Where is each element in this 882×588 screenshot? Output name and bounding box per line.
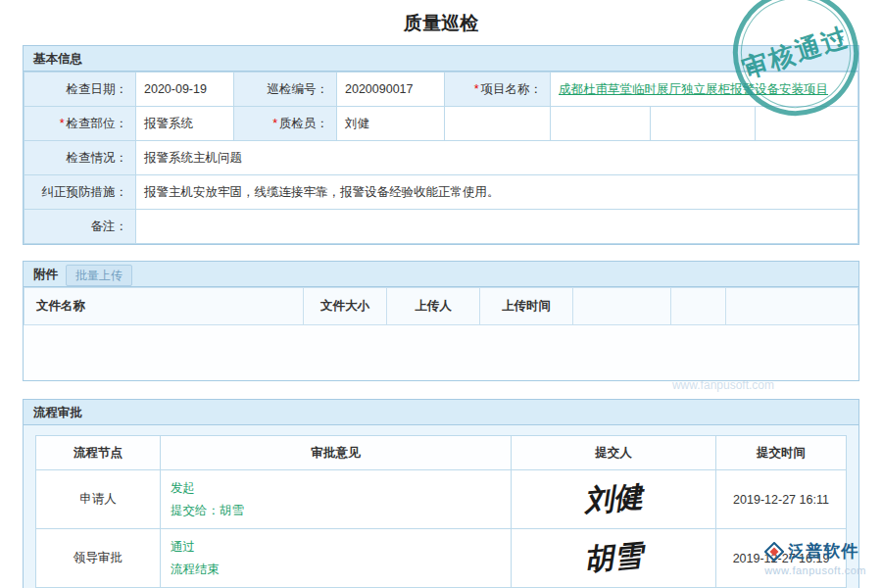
approval-opinion: 通过 流程结束 bbox=[161, 529, 512, 588]
approval-header: 流程审批 bbox=[24, 400, 858, 425]
remark-label: 备注： bbox=[24, 210, 136, 244]
inspector-label-text: 质检员： bbox=[279, 117, 328, 130]
flow-node: 申请人 bbox=[36, 470, 161, 529]
check-date-label: 检查日期： bbox=[24, 73, 136, 107]
situation-value: 报警系统主机问题 bbox=[136, 141, 858, 175]
inspection-no-label: 巡检编号： bbox=[234, 73, 337, 107]
project-name-label: *项目名称： bbox=[445, 73, 551, 107]
watermark-url: www.fanpusoft.com bbox=[672, 378, 774, 392]
approval-panel: 流程审批 流程节点 审批意见 提交人 提交时间 申请人 发起 提交给：胡雪 刘健… bbox=[23, 399, 859, 588]
basic-info-table: 检查日期： 2020-09-19 巡检编号： 2020090017 *项目名称：… bbox=[24, 72, 858, 244]
submitter-signature-cell: 胡雪 bbox=[512, 529, 716, 588]
submitter-signature-cell: 刘健 bbox=[512, 470, 716, 529]
project-name-label-text: 项目名称： bbox=[481, 82, 543, 96]
brand-row: 泛普软件 bbox=[764, 540, 866, 563]
flow-node: 领导审批 bbox=[36, 529, 161, 588]
empty-cell bbox=[445, 107, 551, 141]
required-mark: * bbox=[272, 117, 277, 130]
attachments-panel: 附件批量上传 文件名称 文件大小 上传人 上传时间 bbox=[23, 261, 859, 381]
basic-info-row-4: 纠正预防措施： 报警主机安放牢固，线缆连接牢靠，报警设备经验收能正常使用。 bbox=[24, 175, 858, 210]
basic-info-row-5: 备注： bbox=[24, 210, 858, 244]
project-name-cell: 成都杜甫草堂临时展厅独立展柜报警设备安装项目 bbox=[551, 73, 858, 107]
brand-block: 泛普软件 www.fanpusoft.com bbox=[764, 540, 866, 576]
col-approval-opinion: 审批意见 bbox=[161, 436, 512, 470]
batch-upload-button[interactable]: 批量上传 bbox=[66, 265, 132, 286]
opinion-link-pass[interactable]: 通过 bbox=[171, 536, 501, 559]
attachments-header-row: 文件名称 文件大小 上传人 上传时间 bbox=[24, 288, 858, 325]
situation-label: 检查情况： bbox=[24, 141, 136, 175]
col-empty bbox=[726, 288, 858, 325]
inspection-no-value: 2020090017 bbox=[337, 73, 445, 107]
basic-info-row-3: 检查情况： 报警系统主机问题 bbox=[24, 141, 858, 175]
approval-row-applicant: 申请人 发起 提交给：胡雪 刘健 2019-12-27 16:11 bbox=[36, 470, 847, 529]
fanpu-logo-icon bbox=[764, 542, 784, 562]
basic-info-panel: 基本信息 检查日期： 2020-09-19 巡检编号： 2020090017 *… bbox=[23, 45, 859, 245]
signature: 刘健 bbox=[582, 476, 644, 521]
check-part-label-text: 检查部位： bbox=[67, 117, 128, 130]
inspector-label: *质检员： bbox=[234, 107, 337, 141]
attachments-title: 附件 bbox=[33, 268, 58, 281]
inspector-value: 刘健 bbox=[337, 107, 445, 141]
basic-info-row-2: *检查部位： 报警系统 *质检员： 刘健 bbox=[24, 107, 858, 141]
brand-name: 泛普软件 bbox=[788, 540, 858, 563]
opinion-link-submit-to[interactable]: 提交给：胡雪 bbox=[171, 500, 501, 522]
brand-url: www.fanpusoft.com bbox=[764, 564, 866, 576]
signature: 胡雪 bbox=[582, 535, 644, 580]
basic-info-header: 基本信息 bbox=[24, 46, 858, 72]
approval-row-leader: 领导审批 通过 流程结束 胡雪 2019-12-27 16:19 bbox=[36, 529, 847, 588]
col-empty bbox=[573, 288, 671, 325]
remark-value bbox=[136, 210, 858, 244]
submit-time: 2019-12-27 16:11 bbox=[716, 470, 847, 529]
attachments-table: 文件名称 文件大小 上传人 上传时间 bbox=[24, 287, 858, 325]
approval-header-row: 流程节点 审批意见 提交人 提交时间 bbox=[36, 436, 847, 470]
check-date-value: 2020-09-19 bbox=[136, 73, 234, 107]
approval-opinion: 发起 提交给：胡雪 bbox=[161, 470, 512, 529]
attachments-empty-body bbox=[24, 325, 858, 380]
col-file-name: 文件名称 bbox=[24, 288, 304, 325]
col-empty bbox=[671, 288, 726, 325]
empty-cell bbox=[551, 107, 651, 141]
basic-info-row-1: 检查日期： 2020-09-19 巡检编号： 2020090017 *项目名称：… bbox=[24, 73, 858, 107]
approval-table-wrap: 流程节点 审批意见 提交人 提交时间 申请人 发起 提交给：胡雪 刘健 2019… bbox=[35, 435, 847, 588]
col-uploader: 上传人 bbox=[387, 288, 480, 325]
col-upload-time: 上传时间 bbox=[480, 288, 573, 325]
col-file-size: 文件大小 bbox=[304, 288, 387, 325]
check-part-value: 报警系统 bbox=[136, 107, 234, 141]
required-mark: * bbox=[474, 82, 479, 96]
page-title: 质量巡检 bbox=[0, 0, 882, 45]
measures-value: 报警主机安放牢固，线缆连接牢靠，报警设备经验收能正常使用。 bbox=[136, 175, 858, 210]
measures-label: 纠正预防措施： bbox=[24, 175, 136, 210]
approval-table: 流程节点 审批意见 提交人 提交时间 申请人 发起 提交给：胡雪 刘健 2019… bbox=[35, 435, 847, 588]
col-submitter: 提交人 bbox=[512, 436, 716, 470]
check-part-label: *检查部位： bbox=[24, 107, 136, 141]
empty-cell bbox=[651, 107, 756, 141]
opinion-link-initiate[interactable]: 发起 bbox=[171, 477, 501, 500]
required-mark: * bbox=[60, 117, 65, 130]
attachments-header: 附件批量上传 bbox=[24, 262, 858, 287]
empty-cell bbox=[756, 107, 858, 141]
col-flow-node: 流程节点 bbox=[36, 436, 161, 470]
col-submit-time: 提交时间 bbox=[716, 436, 847, 470]
page: { "page": { "title": "质量巡检", "required_m… bbox=[0, 0, 882, 588]
project-name-link[interactable]: 成都杜甫草堂临时展厅独立展柜报警设备安装项目 bbox=[559, 82, 828, 96]
opinion-link-flow-end[interactable]: 流程结束 bbox=[171, 559, 501, 581]
